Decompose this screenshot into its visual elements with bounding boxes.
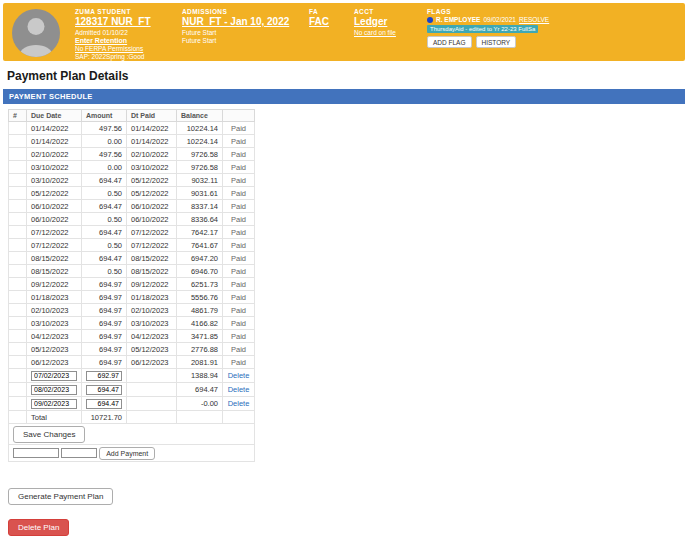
delete-row-link[interactable]: Delete [228,385,250,394]
amount-cell: 694.97 [82,278,127,291]
balance-cell: 10224.14 [177,135,223,148]
student-type-label: ZUMA STUDENT [75,8,167,15]
due-date-input[interactable] [31,385,77,395]
dt-paid-cell: 07/12/2022 [127,226,177,239]
due-date-input[interactable] [31,399,77,409]
balance-cell: 6251.73 [177,278,223,291]
row-number-cell [9,161,27,174]
dt-paid-cell: 06/10/2022 [127,213,177,226]
status-cell: Paid [223,317,255,330]
amount-input[interactable] [86,371,122,381]
total-row: Total 10721.70 [9,411,255,424]
admissions-program-link[interactable]: NUR_FT - Jan 10, 2022 [182,16,294,28]
amount-cell: 0.50 [82,239,127,252]
row-number-cell [9,330,27,343]
flag-buttons: ADD FLAG HISTORY [427,36,549,48]
dt-paid-cell: 09/12/2022 [127,278,177,291]
add-payment-button[interactable]: Add Payment [99,447,155,460]
admissions-label: ADMISSIONS [182,8,294,15]
amount-cell [82,383,127,397]
generate-plan-button[interactable]: Generate Payment Plan [8,488,113,505]
dt-paid-cell: 06/10/2022 [127,200,177,213]
status-cell: Paid [223,356,255,369]
amount-input[interactable] [86,399,122,409]
amount-cell: 694.97 [82,291,127,304]
amount-cell: 694.97 [82,330,127,343]
fa-link[interactable]: FAC [309,16,339,28]
schedule-row: 08/15/2022694.4708/15/20226947.20Paid [9,252,255,265]
status-cell: Paid [223,148,255,161]
status-cell: Paid [223,252,255,265]
save-changes-button[interactable]: Save Changes [13,426,85,443]
due-date-cell: 03/10/2023 [27,317,82,330]
dt-paid-cell: 02/10/2023 [127,304,177,317]
ledger-link[interactable]: Ledger [354,16,412,28]
col-due-date: Due Date [27,110,82,122]
balance-cell: 8337.14 [177,200,223,213]
dt-paid-cell: 03/10/2023 [127,317,177,330]
student-avatar [12,9,60,57]
due-date-cell: 07/12/2022 [27,226,82,239]
balance-cell: 9726.58 [177,161,223,174]
row-number-cell [9,200,27,213]
add-payment-amount-input[interactable] [61,448,97,458]
schedule-row: 05/12/2023694.9705/12/20232776.88Paid [9,343,255,356]
schedule-row: 02/10/2022497.5602/10/20229726.58Paid [9,148,255,161]
schedule-row: 07/12/2022694.4707/12/20227642.17Paid [9,226,255,239]
delete-plan-button[interactable]: Delete Plan [8,519,69,536]
dt-paid-cell [127,383,177,397]
balance-cell: 3471.85 [177,330,223,343]
col-amount: Amount [82,110,127,122]
schedule-header-row: # Due Date Amount Dt Paid Balance [9,110,255,122]
balance-cell: 4166.82 [177,317,223,330]
dt-paid-cell: 01/14/2022 [127,135,177,148]
resolve-link[interactable]: RESOLVE [519,16,549,23]
amount-cell: 694.47 [82,174,127,187]
acct-label: ACCT [354,8,412,15]
student-id-link[interactable]: 128317 NUR_FT [75,16,167,28]
balance-cell: 7641.67 [177,239,223,252]
status-cell: Paid [223,291,255,304]
status-cell: Delete [223,397,255,411]
due-date-input[interactable] [31,371,77,381]
dt-paid-cell: 07/12/2022 [127,239,177,252]
row-number-cell [9,122,27,135]
ferpa-link[interactable]: No FERPA Permissions [75,45,167,52]
dt-paid-cell: 05/12/2023 [127,343,177,356]
schedule-row: 06/10/20220.5006/10/20228336.64Paid [9,213,255,226]
dt-paid-cell: 01/14/2022 [127,122,177,135]
amount-cell: 0.50 [82,265,127,278]
amount-input[interactable] [86,385,122,395]
admitted-text: Admitted 01/10/22 [75,29,167,36]
history-button[interactable]: HISTORY [476,36,517,48]
due-date-cell: 02/10/2022 [27,148,82,161]
due-date-cell: 06/12/2023 [27,356,82,369]
dt-paid-cell: 05/12/2022 [127,174,177,187]
dt-paid-cell: 03/10/2022 [127,161,177,174]
schedule-row: 05/12/20220.5005/12/20229031.61Paid [9,187,255,200]
col-dt-paid: Dt Paid [127,110,177,122]
row-number-cell [9,265,27,278]
due-date-cell: 08/15/2022 [27,252,82,265]
due-date-cell: 07/12/2022 [27,239,82,252]
row-number-cell [9,317,27,330]
dt-paid-cell: 05/12/2022 [127,187,177,200]
dt-paid-cell: 01/18/2023 [127,291,177,304]
schedule-row: 04/12/2023694.9704/12/20233471.85Paid [9,330,255,343]
flag-name: R. EMPLOYEE [436,16,480,23]
status-cell: Paid [223,161,255,174]
row-number-cell [9,239,27,252]
row-number-cell [9,291,27,304]
status-cell: Paid [223,135,255,148]
add-payment-date-input[interactable] [13,448,59,458]
delete-row-link[interactable]: Delete [228,371,250,380]
balance-cell: 694.47 [177,383,223,397]
payment-schedule-header: PAYMENT SCHEDULE [3,89,685,104]
add-flag-button[interactable]: ADD FLAG [427,36,472,48]
card-on-file-link[interactable]: No card on file [354,29,412,36]
enter-retention-link[interactable]: Enter Retention [75,37,167,44]
admissions-status-2: Future Start [182,37,294,44]
delete-row-link[interactable]: Delete [228,399,250,408]
balance-cell: 2776.88 [177,343,223,356]
row-number-cell [9,187,27,200]
